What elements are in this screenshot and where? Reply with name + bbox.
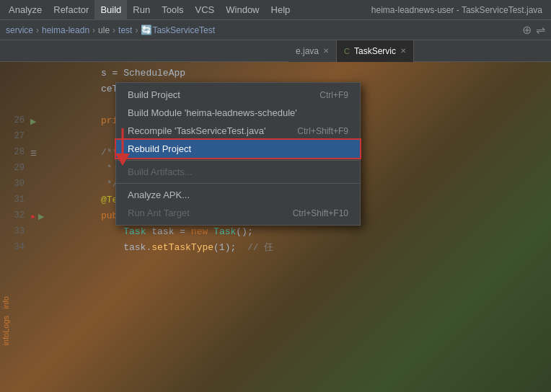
menu-item-recompile[interactable]: Recompile 'TaskServiceTest.java' Ctrl+Sh… [116,122,360,140]
left-labels-container: info infoLogs [0,293,12,349]
arrow-indicator [101,121,130,179]
menu-build[interactable]: Build [94,0,127,20]
code-editor[interactable]: s = ScheduleApp ceTest { 26 ▶ [0,62,551,392]
menu-item-build-module[interactable]: Build Module 'heima-leadnews-schedule' [116,104,360,122]
menu-tools[interactable]: Tools [156,0,189,20]
code-line-34: 34 task.setTaskType(1); // 任 [0,239,551,255]
menu-item-recompile-label: Recompile 'TaskServiceTest.java' [128,125,297,136]
line-number-34: 34 [0,242,30,252]
tab-close-1[interactable]: ✕ [323,47,329,55]
menu-item-artifacts-label: Build Artifacts... [128,166,348,177]
menu-item-build-project-shortcut: Ctrl+F9 [319,90,348,100]
menu-item-rebuild-project[interactable]: Rebuild Project [116,140,360,158]
breadcrumb-module: ule [98,25,110,35]
menu-item-build-project-label: Build Project [128,89,319,100]
split-icon[interactable]: ⇌ [536,23,545,37]
menu-item-rebuild-label: Rebuild Project [128,143,348,154]
breadcrumb-file[interactable]: TaskServiceTest [152,25,215,35]
line-number-31: 31 [0,195,30,205]
run-gutter-icon-32[interactable]: ▶ [38,212,44,220]
tab-taskservice-label: TaskServic [354,46,396,56]
tab-bar: e.java ✕ C TaskServic ✕ [0,40,551,62]
breadcrumb-project[interactable]: heima-leadn [42,25,89,35]
tab-close-2[interactable]: ✕ [400,47,406,55]
menu-window[interactable]: Window [220,0,265,20]
error-gutter-icon-32[interactable]: ● [30,212,35,220]
svg-marker-1 [115,153,130,166]
breadcrumb-test[interactable]: test [118,25,132,35]
line-number-29: 29 [0,163,30,173]
menu-item-build-project[interactable]: Build Project Ctrl+F9 [116,86,360,104]
line-number-28: 28 [0,147,30,157]
line-code-34: task.setTaskType(1); // 任 [45,230,273,264]
breadcrumb-service[interactable]: service [6,25,33,35]
menu-refactor[interactable]: Refactor [48,0,94,20]
line-number-30: 30 [0,179,30,189]
fold-icon-28[interactable]: ☰ [30,149,37,157]
menu-bar: Analyze Refactor Build Run Tools VCS Win… [0,0,551,20]
menu-analyze[interactable]: Analyze [3,0,48,20]
breadcrumb-actions: ⊕ ⇌ [522,23,545,37]
line-number-27: 27 [0,131,30,141]
menu-item-analyze-apk[interactable]: Analyze APK... [116,186,360,204]
main-area: s = ScheduleApp ceTest { 26 ▶ [0,62,551,392]
line-number-32: 32 [0,210,30,220]
menu-item-build-artifacts: Build Artifacts... [116,163,360,181]
breadcrumb-sep2: › [92,25,95,35]
class-icon: 🔄 [141,24,152,35]
menu-item-ant-label: Run Ant Target [128,208,293,218]
breadcrumb-sep3: › [113,25,115,35]
gutter-26: ▶ [30,114,45,127]
breadcrumb-sep4: › [135,25,138,35]
menu-item-recompile-shortcut: Ctrl+Shift+F9 [297,126,348,136]
tab-java-label: e.java [296,46,319,56]
left-label-infologs: infoLogs [0,313,12,349]
tab-taskservice[interactable]: C TaskServic ✕ [337,40,414,62]
menu-vcs[interactable]: VCS [190,0,221,20]
menu-separator-1 [116,160,360,161]
left-label-info: info [0,293,12,312]
menu-help[interactable]: Help [265,0,296,20]
gutter-32: ● ▶ [30,209,45,222]
gutter-28: ☰ [30,146,45,159]
java-class-icon: C [344,47,350,55]
menu-item-analyze-label: Analyze APK... [128,190,348,200]
menu-run[interactable]: Run [127,0,156,20]
build-dropdown-menu: Build Project Ctrl+F9 Build Module 'heim… [115,82,361,226]
window-title: heima-leadnews-user - TaskServiceTest.ja… [371,5,548,15]
menu-item-ant-shortcut: Ctrl+Shift+F10 [293,208,348,218]
menu-separator-2 [116,183,360,184]
menu-item-run-ant: Run Ant Target Ctrl+Shift+F10 [116,204,360,222]
line-number-33: 33 [0,226,30,236]
run-gutter-icon-26[interactable]: ▶ [30,117,36,125]
line-number-26: 26 [0,115,30,125]
tab-e-java[interactable]: e.java ✕ [288,40,337,62]
menu-item-build-module-label: Build Module 'heima-leadnews-schedule' [128,107,348,118]
add-icon[interactable]: ⊕ [522,23,532,37]
breadcrumb-bar: service › heima-leadn › ule › test › 🔄 T… [0,20,551,40]
breadcrumb-sep1: › [36,25,39,35]
